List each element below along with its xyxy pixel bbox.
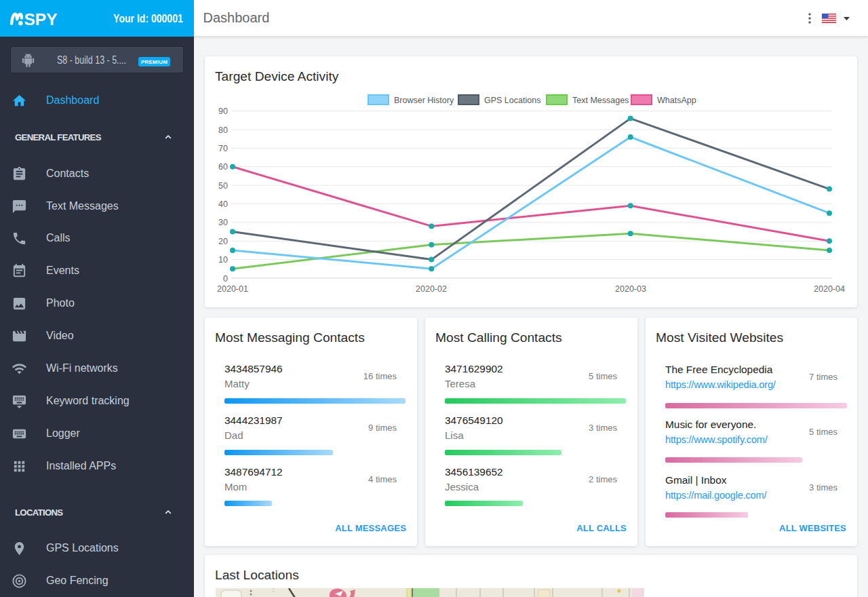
svg-text:40: 40 — [218, 199, 228, 209]
svg-text:2020-04: 2020-04 — [814, 284, 845, 294]
svg-text:Browser History: Browser History — [394, 96, 454, 105]
svg-text:2020-03: 2020-03 — [615, 284, 646, 294]
svg-text:2020-02: 2020-02 — [416, 284, 447, 294]
svg-text:0: 0 — [223, 274, 228, 284]
svg-text:SPY: SPY — [24, 10, 58, 28]
svg-text:2020-01: 2020-01 — [217, 284, 248, 294]
svg-text:50: 50 — [218, 181, 228, 191]
svg-text:10: 10 — [218, 255, 228, 265]
svg-text:30: 30 — [218, 218, 228, 227]
svg-text:Text Messages: Text Messages — [572, 96, 629, 105]
svg-text:90: 90 — [218, 107, 228, 116]
svg-text:80: 80 — [218, 126, 228, 135]
svg-text:60: 60 — [218, 162, 228, 172]
svg-text:WhatsApp: WhatsApp — [657, 96, 696, 105]
svg-text:70: 70 — [218, 144, 228, 153]
svg-text:GPS Locations: GPS Locations — [484, 96, 540, 105]
svg-text:20: 20 — [218, 237, 228, 246]
